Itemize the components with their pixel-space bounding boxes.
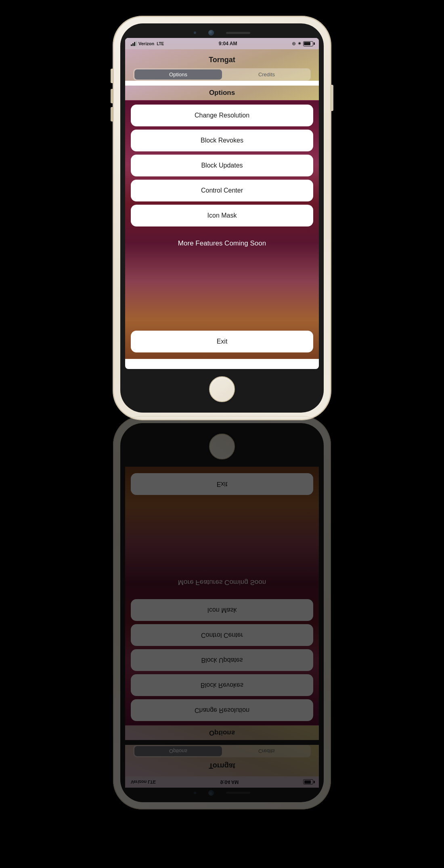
- front-camera: [208, 30, 214, 36]
- reflection-inner: Verizon LTE 9:04 AM Torngat Options Cred…: [120, 423, 324, 802]
- segmented-control[interactable]: Options Credits: [133, 68, 311, 81]
- signal-bar-4: [136, 41, 137, 46]
- block-updates-button[interactable]: Block Updates: [131, 155, 313, 176]
- speaker-grille: [226, 32, 250, 34]
- tab-options[interactable]: Options: [134, 69, 222, 80]
- carrier-label: Verizon: [138, 41, 154, 46]
- reflection-phone: Verizon LTE 9:04 AM Torngat Options Cred…: [113, 416, 331, 809]
- battery-fill: [304, 42, 310, 45]
- signal-bar-2: [132, 43, 134, 46]
- phone-device: Verizon LTE 9:04 AM ⊕ ✴ Torngat: [113, 16, 331, 420]
- block-revokes-button[interactable]: Block Revokes: [131, 130, 313, 151]
- signal-bar-1: [131, 44, 132, 46]
- status-time: 9:04 AM: [219, 41, 237, 46]
- header: Torngat Options Credits: [125, 49, 319, 81]
- screen: Verizon LTE 9:04 AM ⊕ ✴ Torngat: [125, 38, 319, 369]
- tab-credits[interactable]: Credits: [223, 69, 310, 80]
- app-title: Torngat: [132, 53, 312, 68]
- bluetooth-icon: ✴: [297, 41, 302, 46]
- status-left: Verizon LTE: [131, 41, 164, 46]
- front-dot: [194, 31, 196, 34]
- more-features-label: More Features Coming Soon: [178, 230, 266, 290]
- phone-reflection: Verizon LTE 9:04 AM Torngat Options Cred…: [113, 416, 331, 809]
- wifi-icon: ⊕: [292, 41, 296, 46]
- home-button-area: [125, 369, 319, 408]
- signal-bar-3: [134, 42, 135, 46]
- reflection-screen: Verizon LTE 9:04 AM Torngat Options Cred…: [125, 428, 319, 788]
- battery-indicator: [303, 41, 313, 46]
- main-content: Change Resolution Block Revokes Block Up…: [125, 101, 319, 359]
- phone-inner: Verizon LTE 9:04 AM ⊕ ✴ Torngat: [120, 23, 324, 413]
- home-button[interactable]: [209, 376, 235, 402]
- reflection-camera-area: [125, 788, 319, 797]
- control-center-button[interactable]: Control Center: [131, 180, 313, 201]
- status-bar: Verizon LTE 9:04 AM ⊕ ✴: [125, 38, 319, 49]
- network-label: LTE: [157, 42, 164, 46]
- icon-mask-button[interactable]: Icon Mask: [131, 205, 313, 226]
- camera-area: [125, 28, 319, 38]
- exit-button[interactable]: Exit: [131, 331, 313, 352]
- section-title: Options: [125, 86, 319, 101]
- signal-bars: [131, 41, 137, 46]
- status-right: ⊕ ✴: [292, 41, 313, 46]
- page-wrapper: Verizon LTE 9:04 AM ⊕ ✴ Torngat: [0, 16, 444, 809]
- change-resolution-button[interactable]: Change Resolution: [131, 105, 313, 126]
